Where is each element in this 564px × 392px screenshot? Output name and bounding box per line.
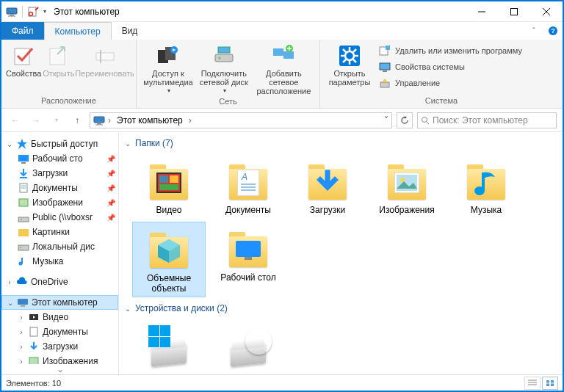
system-props-icon (379, 61, 391, 73)
tree-overflow-icon[interactable]: ⌄ (1, 364, 118, 374)
svg-rect-6 (511, 8, 518, 15)
svg-rect-77 (236, 241, 261, 257)
network-drive-icon (212, 44, 236, 68)
tree-downloads[interactable]: Загрузки📌 (1, 166, 118, 181)
manage-button[interactable]: Управление (376, 75, 525, 91)
tree-downloads2[interactable]: ›Загрузки (1, 339, 118, 354)
pin-icon: 📌 (106, 155, 115, 163)
content-pane[interactable]: ⌄Папки (7) Видео AДокументы Загрузки Изо… (119, 132, 563, 374)
media-icon (156, 44, 180, 68)
tree-video[interactable]: ›Видео (1, 310, 118, 324)
group-label-network: Сеть (137, 95, 319, 109)
checkmark-icon (12, 44, 35, 68)
folder-3d-objects[interactable]: Объемные объекты (132, 222, 206, 298)
svg-rect-82 (546, 380, 549, 383)
folder-downloads[interactable]: Загрузки (291, 154, 364, 219)
svg-rect-37 (383, 70, 387, 72)
quick-access-toolbar: ▾ (1, 6, 46, 18)
open-settings-button[interactable]: Открыть параметры (325, 43, 375, 87)
tab-computer[interactable]: Компьютер (44, 22, 112, 40)
folder-video[interactable]: Видео (132, 154, 206, 219)
drive-local[interactable] (132, 319, 206, 372)
svg-rect-41 (95, 124, 103, 125)
svg-rect-59 (21, 305, 25, 307)
maximize-button[interactable] (498, 1, 530, 22)
svg-rect-52 (18, 217, 29, 222)
svg-rect-84 (546, 383, 549, 386)
add-network-button[interactable]: Добавить сетевое расположение (253, 43, 315, 95)
tree-pictures[interactable]: Изображени📌 (1, 195, 118, 210)
uninstall-icon (379, 45, 391, 57)
svg-rect-65 (159, 175, 168, 183)
svg-rect-44 (18, 155, 29, 161)
tree-public[interactable]: Public (\\vboxsr📌 (1, 210, 118, 225)
properties-button[interactable]: Свойства (6, 43, 41, 78)
tree-localdisk[interactable]: Локальный дис (1, 239, 118, 254)
divider (22, 6, 23, 18)
svg-point-56 (20, 247, 21, 248)
refresh-button[interactable] (397, 112, 413, 128)
chevron-down-icon[interactable]: ˅ (384, 115, 388, 126)
svg-rect-0 (7, 8, 17, 14)
pin-icon: 📌 (106, 214, 115, 222)
open-icon (47, 44, 70, 68)
svg-rect-55 (18, 245, 29, 250)
svg-rect-83 (551, 380, 554, 383)
up-button[interactable]: ↑ (69, 112, 85, 128)
forward-button[interactable]: → (28, 112, 44, 128)
svg-rect-50 (19, 199, 28, 206)
map-drive-button[interactable]: Подключить сетевой диск▾ (197, 43, 251, 95)
section-folders[interactable]: ⌄Папки (7) (119, 132, 563, 151)
close-button[interactable] (530, 1, 563, 22)
tree-docs2[interactable]: ›Документы (1, 324, 118, 339)
tab-view[interactable]: Вид (112, 22, 148, 40)
uninstall-button[interactable]: Удалить или изменить программу (376, 43, 525, 59)
chevron-right-icon[interactable]: › (108, 115, 111, 126)
folder-documents[interactable]: AДокументы (212, 154, 285, 219)
rename-button: Переименовать (76, 43, 134, 78)
media-access-button[interactable]: Доступ к мультимедиа▾ (141, 43, 195, 95)
drive-cd[interactable] (212, 319, 285, 372)
crumb-root[interactable]: Этот компьютер (114, 115, 186, 126)
tree-desktop[interactable]: Рабочий сто📌 (1, 151, 118, 166)
help-button[interactable]: ? (543, 22, 563, 40)
tree-quick-access[interactable]: ⌄Быстрый доступ (1, 137, 118, 151)
open-button: Открыть (43, 43, 74, 78)
properties-icon[interactable] (27, 6, 39, 18)
folder-music[interactable]: Музыка (449, 154, 523, 219)
drives-grid (119, 316, 563, 372)
minimize-button[interactable] (466, 1, 498, 22)
folder-pictures[interactable]: Изображения (370, 154, 444, 219)
qat-dropdown-icon[interactable]: ▾ (43, 8, 46, 15)
tree-pictures2[interactable]: Картинки (1, 225, 118, 239)
view-details-button[interactable] (524, 377, 540, 390)
tree-music[interactable]: Музыка (1, 254, 118, 269)
recent-dropdown[interactable]: ▾ (48, 112, 65, 128)
view-icons-button[interactable] (542, 377, 558, 390)
system-properties-button[interactable]: Свойства системы (376, 59, 525, 75)
svg-rect-20 (218, 47, 230, 53)
pin-icon: 📌 (106, 199, 115, 207)
gear-icon (338, 44, 361, 68)
folders-grid: Видео AДокументы Загрузки Изображения Му… (119, 151, 563, 297)
svg-rect-45 (21, 162, 26, 164)
svg-line-43 (427, 122, 429, 124)
nav-tree[interactable]: ⌄Быстрый доступ Рабочий сто📌 Загрузки📌 Д… (1, 132, 119, 374)
chevron-right-icon[interactable]: › (189, 115, 192, 126)
tree-this-pc[interactable]: ⌄Этот компьютер (1, 295, 118, 310)
folder-desktop[interactable]: Рабочий стол (212, 222, 285, 298)
svg-rect-58 (18, 299, 28, 305)
search-input[interactable]: Поиск: Этот компьютер (417, 112, 557, 128)
svg-rect-66 (170, 175, 178, 183)
svg-rect-18 (215, 54, 233, 62)
svg-text:?: ? (551, 27, 555, 35)
status-count: Элементов: 10 (6, 379, 61, 388)
svg-rect-35 (386, 46, 390, 50)
back-button[interactable]: ← (7, 112, 24, 128)
section-drives[interactable]: ⌄Устройства и диски (2) (119, 297, 563, 316)
tree-onedrive[interactable]: ›OneDrive (1, 275, 118, 289)
tab-file[interactable]: Файл (1, 22, 44, 40)
ribbon-collapse-button[interactable]: ˆ (524, 22, 543, 40)
tree-documents[interactable]: Документы📌 (1, 181, 118, 195)
breadcrumb[interactable]: › Этот компьютер › ˅ (90, 112, 392, 128)
